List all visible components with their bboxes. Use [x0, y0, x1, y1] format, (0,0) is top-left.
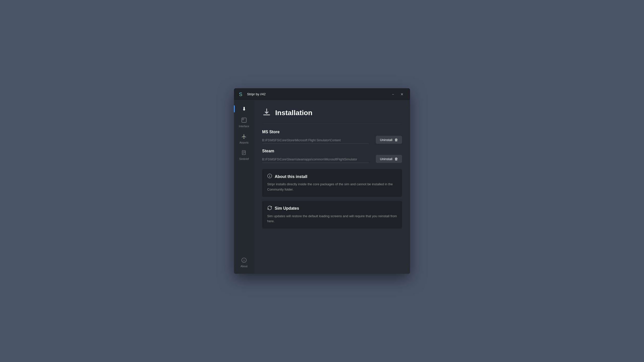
sidebar: ⬇ Interface Airports [234, 100, 254, 274]
steam-uninstall-label: Uninstall [380, 157, 392, 161]
install-section: MS Store B:\FS\MSFS\Core\Store\Microsoft… [262, 130, 402, 163]
title-bar: S Stripr by //42 − ✕ [234, 88, 410, 100]
ms-store-label: MS Store [262, 130, 279, 134]
app-title: Stripr by //42 [247, 92, 266, 96]
sim-updates-card: Sim Updates Sim updates will restore the… [262, 201, 402, 229]
refresh-icon-sim-updates [267, 205, 272, 212]
page-header-icon [262, 107, 271, 118]
sidebar-label-about: About [240, 265, 247, 268]
window-controls: − ✕ [389, 90, 406, 98]
app-window: S Stripr by //42 − ✕ ⬇ [234, 88, 410, 274]
sidebar-item-installation[interactable]: ⬇ [234, 103, 254, 114]
svg-point-10 [244, 259, 244, 259]
page-title: Installation [275, 109, 312, 117]
sim-updates-card-header: Sim Updates [267, 205, 397, 212]
sidebar-item-simbrief[interactable]: Simbrief [234, 147, 254, 163]
app-body: ⬇ Interface Airports [234, 100, 410, 274]
steam-uninstall-button[interactable]: Uninstall 🗑 [376, 155, 402, 163]
page-header: Installation [262, 107, 402, 124]
sim-updates-text: Sim updates will restore the default loa… [267, 214, 397, 224]
about-install-title: About this install [275, 174, 307, 179]
install-entry-steam-header: Steam [262, 149, 402, 153]
sim-updates-title: Sim Updates [275, 206, 299, 211]
trash-icon-ms-store: 🗑 [394, 138, 398, 142]
sidebar-item-airports[interactable]: Airports [234, 131, 254, 147]
minimize-button[interactable]: − [389, 90, 397, 98]
ms-store-row: B:\FS\MSFS\Core\Store\Microsoft Flight S… [262, 136, 402, 144]
about-install-card: About this install Stripr installs direc… [262, 169, 402, 197]
sidebar-label-simbrief: Simbrief [239, 157, 249, 160]
sidebar-label-airports: Airports [239, 141, 249, 144]
about-install-text: Stripr installs directly inside the core… [267, 182, 397, 192]
main-content: Installation MS Store B:\FS\MSFS\Core\St… [254, 100, 410, 274]
svg-rect-2 [242, 118, 246, 122]
svg-point-14 [269, 175, 270, 175]
install-entry-ms-store: MS Store B:\FS\MSFS\Core\Store\Microsoft… [262, 130, 402, 144]
steam-path: B:\FS\MSFS\Core\Steam\steamapps\common\M… [262, 157, 369, 163]
install-entry-ms-store-header: MS Store [262, 130, 402, 134]
trash-icon-steam: 🗑 [394, 157, 398, 161]
ms-store-path: B:\FS\MSFS\Core\Store\Microsoft Flight S… [262, 138, 369, 144]
about-install-card-header: About this install [267, 173, 397, 180]
airports-icon [241, 134, 247, 140]
ms-store-uninstall-button[interactable]: Uninstall 🗑 [376, 136, 402, 144]
sidebar-label-interface: Interface [239, 125, 249, 128]
app-logo-icon: S [238, 91, 245, 98]
sidebar-item-interface[interactable]: Interface [234, 114, 254, 131]
install-entry-steam: Steam B:\FS\MSFS\Core\Steam\steamapps\co… [262, 149, 402, 163]
about-icon [241, 257, 247, 264]
steam-label: Steam [262, 149, 274, 153]
download-icon: ⬇ [242, 106, 246, 111]
svg-rect-3 [243, 119, 244, 120]
steam-row: B:\FS\MSFS\Core\Steam\steamapps\common\M… [262, 155, 402, 163]
close-button[interactable]: ✕ [398, 90, 406, 98]
title-bar-logo: S Stripr by //42 [238, 91, 389, 98]
simbrief-icon [241, 150, 247, 156]
info-icon-about-install [267, 173, 272, 180]
svg-text:S: S [239, 92, 242, 97]
ms-store-uninstall-label: Uninstall [380, 138, 392, 142]
sidebar-item-about[interactable]: About [234, 254, 254, 271]
interface-icon [241, 117, 247, 124]
